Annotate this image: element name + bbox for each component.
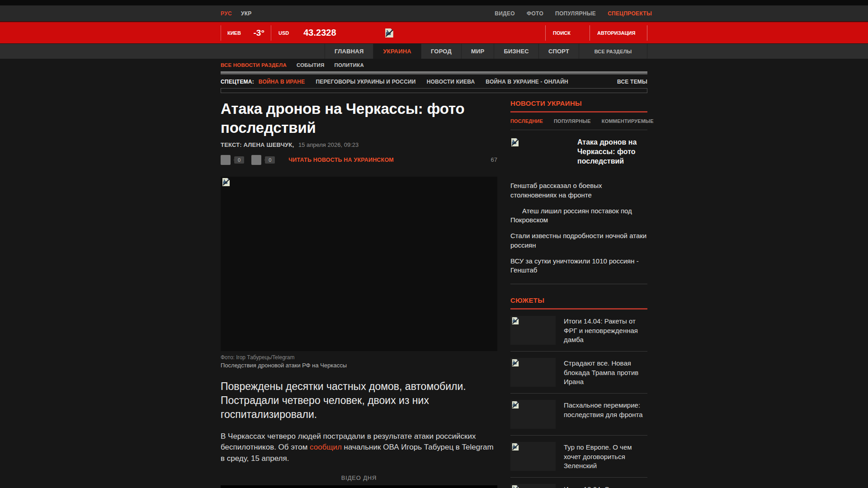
- video-of-day-label: ВІДЕО ДНЯ: [221, 474, 497, 481]
- nav-item-business[interactable]: БИЗНЕС: [494, 44, 538, 59]
- broken-image-icon: [511, 401, 519, 409]
- spectema-featured-link[interactable]: ВОЙНА В ИРАНЕ: [259, 79, 305, 85]
- topic-item[interactable]: Пасхальное перемирие: последствия для фр…: [510, 393, 647, 435]
- topbar-link-video[interactable]: ВИДЕО: [495, 10, 515, 17]
- topbar-link-popular[interactable]: ПОПУЛЯРНЫЕ: [555, 10, 596, 17]
- broken-image-icon: [511, 485, 519, 488]
- article-paragraph: В Черкассах четверо людей пострадали в р…: [221, 431, 497, 465]
- facebook-share-count: 0: [234, 156, 244, 164]
- news-list-item[interactable]: Генштаб рассказал о боевых столкновениях…: [510, 181, 647, 200]
- currency-code: USD: [278, 30, 289, 36]
- spectema-topic-negotiations[interactable]: ПЕРЕГОВОРЫ УКРАИНЫ И РОССИИ: [316, 79, 415, 85]
- topics-section: СЮЖЕТЫ Итоги 14.04: Ракеты от ФРГ и непо…: [510, 296, 647, 488]
- topic-title: Тур по Европе. О чем хочет договориться …: [564, 442, 647, 471]
- topic-item[interactable]: Итоги 14.04: Ракеты от ФРГ и неповрежден…: [510, 310, 647, 351]
- video-player[interactable]: [221, 485, 497, 488]
- weather-widget[interactable]: КИЕВ -3°: [221, 25, 271, 41]
- topic-item[interactable]: Тур по Европе. О чем хочет договориться …: [510, 435, 647, 477]
- nav-item-world[interactable]: МИР: [461, 44, 494, 59]
- sidebar-news-title: НОВОСТИ УКРАИНЫ: [510, 99, 647, 107]
- nav-item-ukraine[interactable]: УКРАИНА: [373, 44, 420, 59]
- source-link[interactable]: сообщил: [310, 443, 342, 451]
- news-list-item[interactable]: Стали известны подробности ночной атаки …: [510, 231, 647, 250]
- subnav-events[interactable]: СОБЫТИЯ: [297, 62, 324, 68]
- language-switcher: РУС УКР: [221, 10, 252, 17]
- site-logo[interactable]: [384, 28, 394, 38]
- broken-image-icon: [511, 359, 519, 367]
- article-lead: Повреждены десятки частных домов, автомо…: [221, 380, 497, 422]
- lang-ukr[interactable]: УКР: [241, 10, 252, 17]
- broken-image-icon: [510, 138, 519, 147]
- topic-item[interactable]: Итоги 13.04: Отступление ВСУ и Трамп про…: [510, 477, 647, 488]
- topic-title: Пасхальное перемирие: последствия для фр…: [564, 400, 647, 429]
- empty-banner-box: [221, 88, 647, 93]
- main-nav: ГЛАВНАЯ УКРАИНА ГОРОД МИР БИЗНЕС СПОРТ В…: [0, 43, 868, 59]
- top-strip: [0, 0, 868, 5]
- search-button[interactable]: ПОИСК: [545, 25, 590, 41]
- tab-commented[interactable]: КОММЕНТИРУЕМЫЕ: [602, 118, 654, 124]
- featured-news-title: Атака дронов на Черкассы: фото последств…: [577, 138, 647, 166]
- comments-count: 67: [491, 156, 497, 163]
- twitter-share-button[interactable]: [251, 155, 261, 165]
- topic-item[interactable]: Страдают все. Новая блокада Трампа проти…: [510, 351, 647, 393]
- weather-city: КИЕВ: [227, 30, 241, 36]
- topic-thumbnail: [510, 316, 556, 345]
- subnav-politics[interactable]: ПОЛИТИКА: [334, 62, 363, 68]
- article-title: Атака дронов на Черкассы: фото последств…: [221, 99, 497, 137]
- site-header: КИЕВ -3° USD 43.2328 ПОИСК АВТОРИЗАЦИЯ: [0, 22, 868, 43]
- share-widget-facebook: 0: [221, 155, 244, 165]
- sidebar-news-tabs: ПОСЛЕДНИЕ ПОПУЛЯРНЫЕ КОММЕНТИРУЕМЫЕ: [510, 118, 647, 130]
- broken-image-icon: [384, 28, 394, 38]
- broken-image-icon: [222, 178, 231, 187]
- facebook-share-button[interactable]: [221, 155, 231, 165]
- topic-thumbnail: [510, 400, 556, 429]
- search-label: ПОИСК: [553, 30, 571, 36]
- news-list: Генштаб рассказал о боевых столкновениях…: [510, 181, 647, 275]
- subnav-all-news[interactable]: ВСЕ НОВОСТИ РАЗДЕЛА: [221, 62, 287, 68]
- nav-item-main[interactable]: ГЛАВНАЯ: [325, 44, 373, 59]
- section-subnav: ВСЕ НОВОСТИ РАЗДЕЛА СОБЫТИЯ ПОЛИТИКА: [0, 59, 868, 71]
- currency-rate: 43.2328: [303, 28, 336, 38]
- news-list-item[interactable]: ВСУ за сутки уничтожили 1010 россиян - Г…: [510, 257, 647, 275]
- read-in-ukrainian-link[interactable]: ЧИТАТЬ НОВОСТЬ НА УКРАИНСКОМ: [288, 157, 394, 163]
- topic-thumbnail: [510, 358, 556, 387]
- broken-image-icon: [511, 317, 519, 325]
- nav-item-city[interactable]: ГОРОД: [421, 44, 461, 59]
- spectema-topic-kyiv-news[interactable]: НОВОСТИ КИЕВА: [427, 79, 475, 85]
- article-image-placeholder: [221, 177, 497, 351]
- article-date: 15 апреля 2026, 09:23: [298, 141, 359, 148]
- topbar-link-specprojects[interactable]: СПЕЦПРОЕКТЫ: [608, 10, 652, 17]
- share-widget-twitter: 0: [251, 155, 275, 165]
- article-author: ТЕКСТ: АЛЕНА ШЕВЧУК,: [221, 141, 294, 148]
- weather-temperature: -3°: [254, 28, 265, 38]
- news-list-item[interactable]: Атеш лишил россиян поставок под Покровск…: [510, 206, 647, 225]
- article: Атака дронов на Черкассы: фото последств…: [221, 99, 497, 488]
- spectema-bar: СПЕЦТЕМА: ВОЙНА В ИРАНЕ ПЕРЕГОВОРЫ УКРАИ…: [0, 77, 868, 86]
- red-rule: [510, 111, 647, 113]
- currency-widget[interactable]: USD 43.2328: [271, 25, 343, 41]
- sidebar-topics-title: СЮЖЕТЫ: [510, 296, 647, 304]
- broken-image-icon: [511, 443, 519, 451]
- topbar-links: ВИДЕО ФОТО ПОПУЛЯРНЫЕ СПЕЦПРОЕКТЫ: [495, 10, 652, 17]
- twitter-share-count: 0: [265, 156, 275, 164]
- nav-item-sport[interactable]: СПОРТ: [538, 44, 579, 59]
- photo-credit: Фото: Ігор Табурець/Telegram: [221, 354, 497, 361]
- tab-popular[interactable]: ПОПУЛЯРНЫЕ: [554, 118, 591, 124]
- spectema-topic-war-online[interactable]: ВОЙНА В УКРАИНЕ - ОНЛАЙН: [486, 79, 568, 85]
- topic-title: Итоги 13.04: Отступление ВСУ и Трамп про…: [564, 484, 647, 488]
- spectema-label: СПЕЦТЕМА:: [221, 79, 254, 85]
- nav-item-all-sections[interactable]: ВСЕ РАЗДЕЛЫ: [579, 44, 647, 59]
- topbar-link-photo[interactable]: ФОТО: [527, 10, 543, 17]
- photo-caption: Последствия дроновой атаки РФ на Черкасс…: [221, 362, 497, 369]
- top-bar: РУС УКР ВИДЕО ФОТО ПОПУЛЯРНЫЕ СПЕЦПРОЕКТ…: [0, 5, 868, 22]
- tab-latest[interactable]: ПОСЛЕДНИЕ: [510, 118, 543, 124]
- lang-rus[interactable]: РУС: [221, 10, 232, 17]
- sidebar: НОВОСТИ УКРАИНЫ ПОСЛЕДНИЕ ПОПУЛЯРНЫЕ КОМ…: [510, 99, 647, 488]
- featured-thumbnail: [510, 138, 577, 166]
- featured-news-item[interactable]: Атака дронов на Черкассы: фото последств…: [510, 138, 647, 166]
- topic-thumbnail: [510, 484, 556, 488]
- auth-button[interactable]: АВТОРИЗАЦИЯ: [590, 25, 647, 41]
- spectema-all-topics[interactable]: ВСЕ ТЕМЫ: [617, 79, 647, 85]
- article-byline: ТЕКСТ: АЛЕНА ШЕВЧУК, 15 апреля 2026, 09:…: [221, 141, 497, 148]
- topic-title: Страдают все. Новая блокада Трампа проти…: [564, 358, 647, 387]
